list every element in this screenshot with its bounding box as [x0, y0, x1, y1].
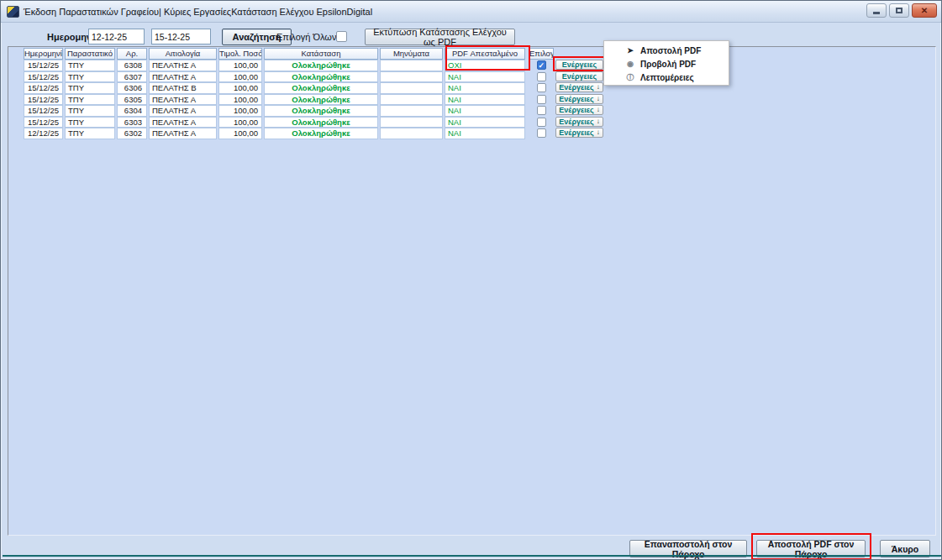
chevron-down-icon: ↓: [597, 83, 600, 92]
select-all-checkbox[interactable]: [336, 31, 347, 42]
menu-item-view-pdf[interactable]: ◉Προβολή PDF: [604, 57, 729, 71]
cell-reason: ΠΕΛΑΤΗΣ Α: [149, 60, 217, 71]
cell-number: 6306: [117, 82, 147, 94]
cell-messages: [380, 117, 443, 128]
actions-button[interactable]: Ενέργειες: [555, 71, 603, 81]
cell-status: Ολοκληρώθηκε: [264, 71, 378, 83]
actions-button[interactable]: Ενέργειες↓: [555, 128, 603, 138]
cell-select: [529, 60, 554, 71]
chevron-down-icon: ↓: [597, 106, 600, 114]
cell-date: 15/12/25: [24, 71, 63, 83]
titlebar: Έκδοση Παραστατικών Γραφείου| Κύριες Εργ…: [1, 1, 941, 23]
row-checkbox-checked[interactable]: [537, 60, 546, 70]
cell-amount: 100,00: [218, 105, 262, 117]
cell-pdf-sent: ΝΑΙ: [445, 117, 525, 128]
cell-status: Ολοκληρώθηκε: [264, 82, 378, 94]
cell-actions: Ενέργειες: [555, 71, 603, 83]
app-icon: [7, 6, 19, 18]
cell-pdf-sent: ΝΑΙ: [445, 94, 525, 106]
actions-button-label: Ενέργειες: [559, 95, 593, 103]
cell-select: [529, 117, 554, 128]
column-header-select[interactable]: Επιλογή: [529, 48, 554, 60]
actions-button-label: Ενέργειες: [559, 83, 593, 92]
cell-actions: Ενέργειες↓: [555, 128, 603, 139]
actions-button[interactable]: Ενέργειες↓: [555, 82, 603, 92]
cell-doc-type: ΤΠΥ: [65, 94, 115, 106]
column-header-doc-type[interactable]: Παραστατικό: [65, 48, 115, 60]
cell-number: 6308: [117, 60, 147, 71]
row-checkbox[interactable]: [537, 72, 546, 81]
column-header-date[interactable]: Ημερομηνία: [24, 48, 63, 60]
select-all-label: Επιλογή Όλων: [276, 32, 336, 42]
actions-button-label: Ενέργειες: [559, 106, 593, 114]
actions-button[interactable]: Ενέργειες↓: [555, 105, 603, 115]
maximize-button[interactable]: [889, 3, 909, 18]
row-checkbox[interactable]: [537, 106, 546, 115]
column-header-reason[interactable]: Αιτιολογία: [149, 48, 217, 60]
cell-amount: 100,00: [218, 82, 262, 94]
cell-pdf-sent: ΝΑΙ: [445, 71, 525, 83]
actions-button[interactable]: Ενέργειες↓: [555, 94, 603, 104]
actions-button-label: Ενέργειες: [562, 72, 597, 81]
chevron-down-icon: ↓: [597, 118, 600, 126]
cell-date: 12/12/25: [24, 128, 63, 139]
actions-button[interactable]: Ενέργειες: [555, 60, 603, 70]
cell-select: [529, 105, 554, 117]
date-from-input[interactable]: [88, 29, 145, 44]
cell-select: [529, 128, 554, 139]
date-to-input[interactable]: [151, 29, 211, 44]
cell-amount: 100,00: [218, 60, 262, 71]
menu-item-details[interactable]: ⓘΛεπτομέρειες: [604, 71, 729, 84]
cell-actions: Ενέργειες: [555, 60, 603, 71]
cell-status: Ολοκληρώθηκε: [264, 94, 378, 106]
column-header-status[interactable]: Κατάσταση: [264, 48, 378, 60]
cell-messages: [380, 60, 443, 71]
close-button[interactable]: ✕: [912, 3, 937, 18]
send-arrow-icon: ➤: [624, 46, 636, 55]
chevron-down-icon: ↓: [597, 128, 600, 137]
info-icon: ⓘ: [624, 72, 636, 83]
column-header-pdf-sent[interactable]: PDF Απεσταλμένο: [445, 48, 525, 60]
column-header-messages[interactable]: Μηνύματα: [380, 48, 443, 60]
cell-amount: 100,00: [218, 71, 262, 83]
documents-table: ΗμερομηνίαΠαραστατικόΑρ.ΑιτιολογίαΤιμολ.…: [24, 48, 612, 199]
menu-item-send-pdf[interactable]: ➤Αποστολή PDF: [604, 44, 729, 57]
actions-button-label: Ενέργειες: [559, 128, 593, 137]
cell-date: 15/12/25: [24, 94, 63, 106]
cell-doc-type: ΤΠΥ: [65, 128, 115, 139]
print-pdf-button[interactable]: Εκτύπωση Κατάστασης Ελέγχου ως PDF: [365, 29, 515, 45]
cell-reason: ΠΕΛΑΤΗΣ Α: [149, 94, 217, 106]
cell-date: 15/12/25: [24, 117, 63, 128]
cell-messages: [380, 71, 443, 83]
menu-item-label: Προβολή PDF: [640, 60, 696, 69]
column-header-number[interactable]: Αρ.: [117, 48, 147, 60]
cell-number: 6307: [117, 71, 147, 83]
row-checkbox[interactable]: [537, 118, 546, 127]
minimize-button[interactable]: [866, 3, 887, 18]
row-checkbox[interactable]: [537, 128, 546, 138]
chevron-down-icon: ↓: [597, 95, 600, 103]
actions-button[interactable]: Ενέργειες↓: [555, 117, 603, 127]
cell-number: 6305: [117, 94, 147, 106]
row-checkbox[interactable]: [537, 83, 546, 92]
column-header-amount[interactable]: Τιμολ. Ποσό: [218, 48, 262, 60]
cell-actions: Ενέργειες↓: [555, 94, 603, 106]
cell-messages: [380, 82, 443, 94]
maximize-icon: [896, 8, 903, 13]
cell-pdf-sent: ΝΑΙ: [445, 82, 525, 94]
cell-amount: 100,00: [218, 128, 262, 139]
cell-reason: ΠΕΛΑΤΗΣ Α: [149, 117, 217, 128]
actions-context-menu: ➤Αποστολή PDF◉Προβολή PDFⓘΛεπτομέρειες: [603, 40, 729, 86]
cell-amount: 100,00: [218, 117, 262, 128]
cell-messages: [380, 128, 443, 139]
cell-reason: ΠΕΛΑΤΗΣ Α: [149, 71, 217, 83]
cell-reason: ΠΕΛΑΤΗΣ Α: [149, 128, 217, 139]
eye-icon: ◉: [624, 60, 636, 68]
grid-panel: ΗμερομηνίαΠαραστατικόΑρ.ΑιτιολογίαΤιμολ.…: [8, 46, 936, 536]
cell-doc-type: ΤΠΥ: [65, 105, 115, 117]
cell-date: 15/12/25: [24, 105, 63, 117]
cell-doc-type: ΤΠΥ: [65, 60, 115, 71]
actions-button-label: Ενέργειες: [559, 118, 593, 126]
row-checkbox[interactable]: [537, 95, 546, 104]
cell-pdf-sent: ΝΑΙ: [445, 105, 525, 117]
